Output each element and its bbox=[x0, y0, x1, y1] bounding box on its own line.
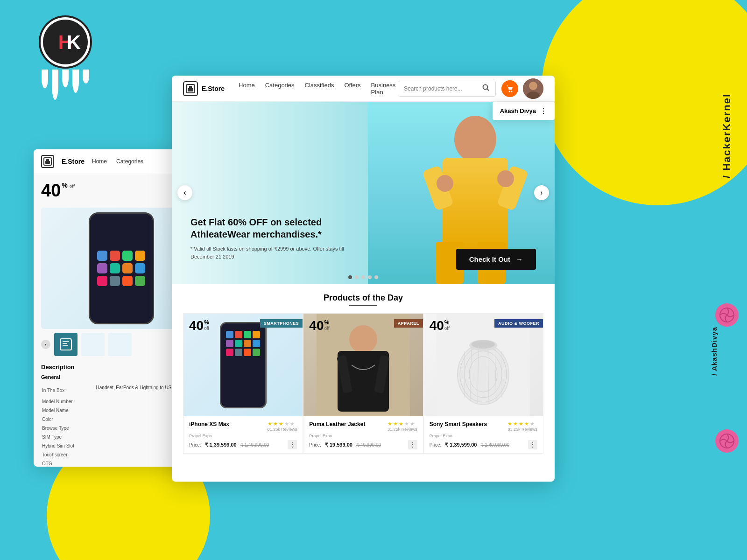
thumb-active[interactable] bbox=[54, 333, 78, 356]
hero-dots bbox=[348, 275, 378, 279]
search-icon[interactable] bbox=[482, 84, 490, 93]
drip-5 bbox=[83, 70, 89, 84]
store-icon-main bbox=[183, 81, 198, 96]
mini-app bbox=[226, 349, 233, 356]
price-original-phone: ₹ 1,49,999.00 bbox=[240, 442, 269, 448]
apps-grid bbox=[223, 328, 263, 359]
more-options-icon[interactable]: ⋮ bbox=[540, 106, 547, 115]
dot-5[interactable] bbox=[374, 275, 378, 279]
mini-app bbox=[235, 349, 242, 356]
mini-app bbox=[235, 340, 242, 347]
user-avatar[interactable] bbox=[523, 78, 543, 99]
back-discount-badge: 40 % off bbox=[41, 182, 75, 199]
phone-mockup bbox=[220, 322, 267, 408]
drip-1 bbox=[42, 70, 48, 88]
svg-point-26 bbox=[437, 175, 453, 192]
chevron-right-icon: › bbox=[540, 189, 543, 197]
hero-subtitle: * Valid till Stock lasts on shopping of … bbox=[190, 245, 349, 260]
chevron-left-icon: ‹ bbox=[183, 189, 186, 197]
nav-businessplan[interactable]: Business Plan bbox=[371, 82, 398, 96]
hero-next-button[interactable]: › bbox=[534, 185, 549, 200]
product-img-speaker: 40 % off AUDIO & WOOFER bbox=[424, 314, 543, 416]
svg-rect-8 bbox=[46, 159, 49, 161]
app-icon bbox=[122, 276, 133, 286]
hero-prev-button[interactable]: ‹ bbox=[177, 185, 192, 200]
app-icon bbox=[122, 251, 133, 261]
brand-speaker: Propel Expo bbox=[430, 434, 537, 438]
svg-rect-9 bbox=[60, 339, 71, 350]
mini-app bbox=[253, 340, 260, 347]
svg-point-34 bbox=[458, 344, 509, 405]
dot-2[interactable] bbox=[355, 275, 359, 279]
app-icon bbox=[97, 263, 107, 273]
dot-1[interactable] bbox=[348, 275, 352, 279]
category-chip-smartphones: SMARTPHONES bbox=[260, 319, 303, 328]
svg-rect-21 bbox=[443, 158, 508, 251]
app-icon bbox=[110, 276, 120, 286]
mini-app bbox=[253, 349, 260, 356]
price-row-apparel: Price: ₹ 19,599.00 ₹ 49,999.00 ⋮ bbox=[309, 440, 417, 449]
product-name-speaker: Sony Smart Speakers bbox=[430, 421, 487, 427]
speaker-svg bbox=[437, 314, 530, 416]
app-icon bbox=[135, 276, 145, 286]
brand-apparel: Propel Expo bbox=[309, 434, 417, 438]
app-icon bbox=[110, 251, 120, 261]
svg-point-29 bbox=[349, 325, 377, 353]
discount-badge-apparel: 40 % off bbox=[309, 319, 329, 332]
thumb-2[interactable] bbox=[108, 333, 132, 356]
drip-3 bbox=[62, 70, 69, 87]
svg-point-17 bbox=[529, 82, 537, 90]
apparel-svg bbox=[317, 314, 410, 416]
add-to-cart-apparel[interactable]: ⋮ bbox=[408, 440, 417, 449]
reviews-phone: 01,25k Reviews bbox=[268, 427, 297, 432]
price-current-speaker: ₹ 1,39,599.00 bbox=[445, 442, 477, 448]
mini-app bbox=[253, 331, 260, 338]
navbar: E.Store Home Categories Classifieds Offe… bbox=[172, 76, 555, 102]
reviews-apparel: 31,25k Reviews bbox=[388, 427, 417, 432]
hk-logo-area: H K bbox=[37, 14, 93, 100]
mini-app bbox=[235, 331, 242, 338]
back-nav-home[interactable]: Home bbox=[92, 158, 107, 165]
thumb-prev[interactable]: ‹ bbox=[41, 340, 50, 349]
products-section: Products of the Day 40 % off SMARTPHONES bbox=[172, 284, 555, 463]
user-dropdown: Akash Divya ⋮ bbox=[493, 102, 555, 120]
category-chip-audio: AUDIO & WOOFER bbox=[494, 319, 543, 328]
price-current-apparel: ₹ 19,599.00 bbox=[325, 442, 352, 448]
product-img-apparel: 40 % off APPAREL bbox=[303, 314, 423, 416]
dot-4[interactable] bbox=[368, 275, 372, 279]
add-to-cart-phone[interactable]: ⋮ bbox=[288, 440, 297, 449]
discount-badge-phone: 40 % off bbox=[189, 319, 209, 332]
mini-app bbox=[244, 340, 251, 347]
back-nav-categories[interactable]: Categories bbox=[116, 158, 143, 165]
svg-rect-11 bbox=[188, 88, 193, 91]
stars-apparel: ★★★★★ bbox=[388, 421, 417, 427]
drip-4 bbox=[72, 70, 79, 93]
product-info-phone: iPhone XS Max ★★★★★ 01,25k Reviews Prope… bbox=[183, 416, 303, 453]
check-it-out-label: Check It Out bbox=[469, 255, 510, 263]
nav-categories[interactable]: Categories bbox=[265, 82, 295, 96]
mini-app bbox=[244, 331, 251, 338]
search-bar bbox=[398, 81, 496, 97]
svg-rect-12 bbox=[189, 86, 192, 89]
check-it-out-button[interactable]: Check It Out → bbox=[456, 249, 536, 270]
nav-home[interactable]: Home bbox=[239, 82, 255, 96]
product-info-speaker: Sony Smart Speakers ★★★★★ 03,25k Reviews… bbox=[424, 416, 543, 453]
brand-name: E.Store bbox=[202, 85, 225, 92]
side-text-hackerkernel: / HackerKernel bbox=[721, 93, 733, 178]
reviews-speaker: 03,25k Reviews bbox=[507, 427, 537, 432]
search-input[interactable] bbox=[404, 85, 479, 92]
brand-phone: Propel Expo bbox=[189, 434, 297, 438]
store-icon-back bbox=[41, 155, 54, 168]
hk-drip bbox=[37, 70, 93, 100]
product-card-speaker: 40 % off AUDIO & WOOFER bbox=[423, 313, 543, 454]
app-icon bbox=[135, 251, 145, 261]
cart-button[interactable] bbox=[501, 80, 518, 97]
mini-app bbox=[226, 340, 233, 347]
nav-classifieds[interactable]: Classifieds bbox=[305, 82, 334, 96]
nav-offers[interactable]: Offers bbox=[344, 82, 360, 96]
add-to-cart-speaker[interactable]: ⋮ bbox=[528, 440, 537, 449]
hk-logo-icon: H K bbox=[37, 14, 93, 70]
svg-point-20 bbox=[454, 116, 496, 162]
dot-3[interactable] bbox=[361, 275, 365, 279]
thumb-1[interactable] bbox=[81, 333, 105, 356]
